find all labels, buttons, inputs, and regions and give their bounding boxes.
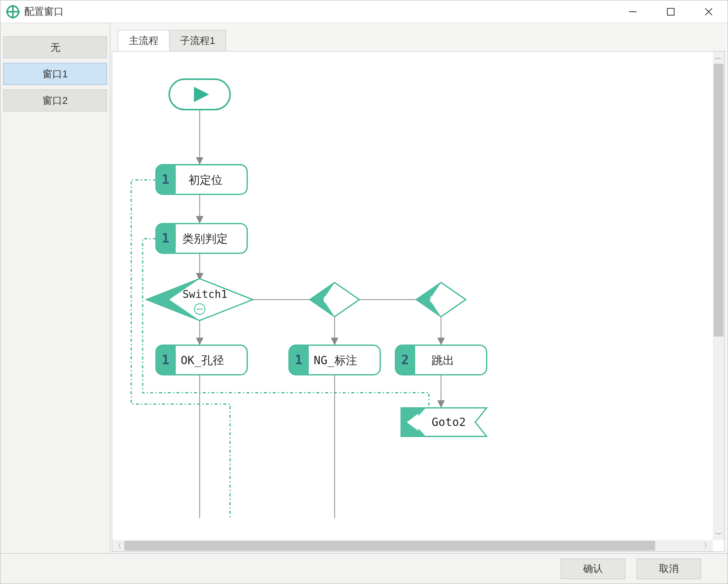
- switch-node[interactable]: Switch1: [146, 279, 253, 320]
- tab-label: 子流程1: [180, 35, 215, 46]
- ok-button[interactable]: 确认: [561, 559, 625, 579]
- sidebar-item-window1[interactable]: 窗口1: [3, 63, 107, 85]
- sidebar-item-window2[interactable]: 窗口2: [3, 89, 107, 111]
- switch-label: Switch1: [182, 288, 227, 301]
- main-panel: 主流程 子流程1: [110, 23, 726, 553]
- minimize-button[interactable]: [614, 0, 652, 23]
- branch-3-diamond[interactable]: 3: [416, 282, 466, 316]
- footer: 确认 取消: [0, 553, 728, 584]
- node-label: OK_孔径: [180, 354, 224, 367]
- diamond-num: 3: [430, 295, 435, 304]
- node-label: 初定位: [188, 173, 223, 186]
- sidebar-item-none[interactable]: 无: [3, 36, 107, 58]
- scroll-thumb[interactable]: [124, 541, 655, 551]
- tab-sub-flow-1[interactable]: 子流程1: [169, 30, 226, 51]
- window-controls: [614, 0, 728, 23]
- body: 无 窗口1 窗口2 主流程 子流程1: [0, 23, 728, 553]
- scroll-left-icon[interactable]: 〈: [112, 540, 124, 551]
- branch-2-diamond[interactable]: 2: [310, 282, 359, 316]
- canvas-wrap: 1 初定位 1 类别判定: [112, 51, 725, 552]
- close-button[interactable]: [690, 0, 728, 23]
- goto-label: Goto2: [431, 415, 466, 429]
- app-logo-icon: [6, 5, 20, 19]
- node-ng[interactable]: 1 NG_标注: [289, 345, 380, 375]
- config-window: 配置窗口 无 窗口1 窗口2 主流程 子流程1: [0, 0, 728, 584]
- node-label: NG_标注: [314, 354, 357, 367]
- node-badge-text: 1: [162, 352, 169, 367]
- button-label: 取消: [659, 562, 679, 575]
- scroll-track[interactable]: [713, 337, 724, 529]
- diamond-num: 2: [323, 295, 328, 304]
- tab-bar: 主流程 子流程1: [110, 23, 726, 51]
- node-label: 类别判定: [182, 232, 228, 245]
- sidebar: 无 窗口1 窗口2: [0, 23, 110, 553]
- cancel-button[interactable]: 取消: [637, 559, 701, 579]
- goto-node[interactable]: Goto2: [401, 408, 487, 436]
- scroll-up-icon[interactable]: ︿: [713, 52, 724, 63]
- node-classify[interactable]: 1 类别判定: [156, 224, 247, 253]
- node-ok[interactable]: 1 OK_孔径: [156, 345, 247, 375]
- dashed-connector: [143, 239, 429, 409]
- sidebar-item-label: 无: [50, 41, 60, 54]
- sidebar-item-label: 窗口1: [42, 67, 67, 81]
- node-label: 跳出: [431, 354, 454, 367]
- start-node[interactable]: [169, 79, 230, 110]
- tab-label: 主流程: [129, 35, 158, 46]
- scroll-track[interactable]: [656, 540, 701, 551]
- window-title: 配置窗口: [24, 5, 64, 18]
- maximize-button[interactable]: [652, 0, 690, 23]
- scroll-down-icon[interactable]: ﹀: [713, 529, 724, 540]
- scroll-thumb[interactable]: [714, 64, 723, 337]
- flow-svg: 1 初定位 1 类别判定: [112, 52, 713, 540]
- node-jump[interactable]: 2 跳出: [395, 345, 487, 375]
- scroll-right-icon[interactable]: 〉: [701, 540, 713, 551]
- sidebar-item-label: 窗口2: [42, 94, 67, 107]
- node-badge-text: 2: [401, 352, 409, 367]
- button-label: 确认: [583, 562, 603, 575]
- flow-canvas[interactable]: 1 初定位 1 类别判定: [112, 52, 713, 540]
- titlebar: 配置窗口: [0, 0, 728, 23]
- node-badge-text: 1: [162, 230, 169, 246]
- node-badge-text: 1: [295, 352, 303, 367]
- horizontal-scrollbar[interactable]: 〈 〉: [112, 540, 713, 551]
- vertical-scrollbar[interactable]: ︿ ﹀: [713, 52, 724, 540]
- node-init[interactable]: 1 初定位: [156, 165, 247, 194]
- node-badge-text: 1: [162, 172, 169, 187]
- svg-rect-4: [667, 8, 674, 15]
- tab-main-flow[interactable]: 主流程: [118, 30, 169, 51]
